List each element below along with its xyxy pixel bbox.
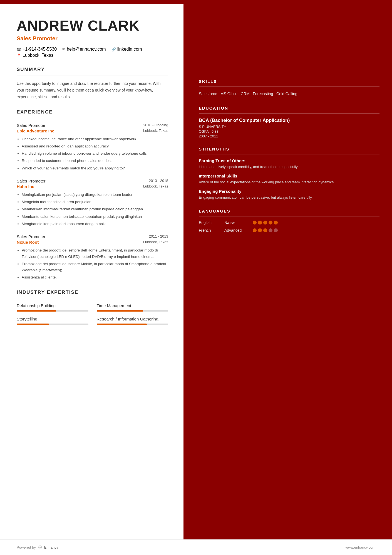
strength-desc-3: Engaging communicator, can be persuasive… [199,195,379,200]
website-contact: 🔗 linkedin.com [111,47,142,52]
expertise-divider [17,298,168,298]
exp-dates-1: 2018 - Ongoing [143,123,168,127]
languages-divider [199,216,379,216]
brand-name: Enhancv [44,545,58,549]
expertise-item-2: Time Management [97,303,168,312]
header-section: ANDREW CLARK Sales Promoter ☎ +1-914-345… [17,18,168,58]
bullet-item: Which of your achievements match the job… [22,165,168,171]
dot [269,228,272,232]
lang-name-english: English [199,220,221,225]
strength-name-3: Engaging Personality [199,189,379,194]
bullet-item: Menghandle komplain dari konsumen dengan… [22,221,168,227]
exp-entry-2: Sales Promoter 2013 - 2018 Hahn Inc Lubb… [17,179,168,227]
bullet-item: Handled high volume of inbound borrower … [22,151,168,157]
exp-company-3: Nixue Root [17,240,39,245]
skills-title: SKILLS [199,79,379,84]
experience-title: EXPERIENCE [17,109,168,115]
progress-fill-1 [17,310,56,312]
footer-website: www.enhancv.com [346,545,375,549]
candidate-name: ANDREW CLARK [17,18,168,34]
email-icon: ✉ [62,47,65,51]
progress-fill-4 [97,324,147,325]
summary-title: SUMMARY [17,67,168,72]
location-text: Lubbock, Texas [23,53,53,58]
summary-text: Use this opportunity to intrigue and dra… [17,80,168,100]
bullet-item: Promozione dei prodotti del settore dell… [22,247,168,260]
progress-fill-2 [97,310,143,312]
lang-level-french: Advanced [224,228,249,233]
skills-divider [199,87,379,87]
strength-item-1: Earning Trust of Others Listen attentive… [199,158,379,170]
bullet-item: Responded to customer inbound phone sale… [22,158,168,164]
footer: Powered by ♾ Enhancv www.enhancv.com [0,539,392,555]
job-title: Sales Promoter [17,35,168,42]
dot [263,228,267,232]
website-url: linkedin.com [117,47,142,52]
experience-section: EXPERIENCE Sales Promoter 2018 - Ongoing… [17,109,168,281]
dot [258,221,262,225]
link-icon: 🔗 [111,47,116,51]
strength-name-2: Interpersonal Skills [199,174,379,178]
expertise-item-4: Research / Information Gathering. [97,317,168,325]
dot [258,228,262,232]
expertise-label-2: Time Management [97,303,168,308]
exp-bullets-1: Checked income insurance and other appli… [17,136,168,171]
progress-fill-3 [17,324,49,325]
dot [274,228,278,232]
exp-location-1: Lubbock, Texas [143,129,168,133]
bullet-item: Membantu calon konsumen terhadap kebutuh… [22,214,168,220]
lang-level-english: Native [224,220,249,225]
bullet-item: Checked income insurance and other appli… [22,136,168,142]
exp-entry-3: Sales Promoter 2011 - 2013 Nixue Root Lu… [17,234,168,280]
footer-left: Powered by ♾ Enhancv [17,545,58,550]
education-divider [199,113,379,114]
languages-title: LANGUAGES [199,209,379,213]
strengths-divider [199,154,379,154]
progress-bg-3 [17,324,88,325]
language-item-english: English Native [199,220,379,225]
bullet-item: Memberikan informasi terkait kebutuhan p… [22,206,168,212]
location-contact: 📍 Lubbock, Texas [17,53,53,58]
email-address: help@enhancv.com [67,47,106,52]
strengths-section: STRENGTHS Earning Trust of Others Listen… [199,147,379,200]
contact-row-2: 📍 Lubbock, Texas [17,53,168,58]
right-column: SKILLS Salesforce · MS Office · CRM · Fo… [183,4,392,539]
location-icon: 📍 [17,53,21,58]
summary-section: SUMMARY Use this opportunity to intrigue… [17,67,168,100]
exp-role-2: Sales Promoter [17,179,45,183]
dot [263,221,267,225]
email-contact: ✉ help@enhancv.com [62,47,106,52]
exp-company-2: Hahn Inc [17,184,34,189]
lang-dots-french [253,228,278,232]
expertise-label-4: Research / Information Gathering. [97,317,168,321]
summary-divider [17,75,168,75]
exp-bullets-2: Meningkatkan penjualan (sales) yang dita… [17,192,168,227]
skills-text: Salesforce · MS Office · CRM · Forecasti… [199,91,379,97]
bullet-item: Meningkatkan penjualan (sales) yang dita… [22,192,168,198]
progress-bg-4 [97,324,168,325]
language-item-french: French Advanced [199,228,379,233]
expertise-item-3: Storytelling [17,317,88,325]
bullet-item: Promozione dei prodotti del settore Mobi… [22,261,168,273]
strength-item-2: Interpersonal Skills Aware of the social… [199,174,379,185]
expertise-title: INDUSTRY EXPERTISE [17,290,168,295]
education-title: EDUCATION [199,106,379,110]
phone-icon: ☎ [17,47,21,51]
dot [253,221,257,225]
industry-expertise-section: INDUSTRY EXPERTISE Relationship Building… [17,290,168,325]
experience-divider [17,118,168,118]
top-bar [0,0,392,4]
dot [253,228,257,232]
expertise-label-1: Relationship Building [17,303,88,308]
powered-by-text: Powered by [17,545,36,549]
expertise-label-3: Storytelling [17,317,88,321]
dot [269,221,272,225]
languages-section: LANGUAGES English Native French Advanced [199,209,379,233]
strength-item-3: Engaging Personality Engaging communicat… [199,189,379,200]
expertise-grid: Relationship Building Time Management St… [17,303,168,325]
enhancv-logo-icon: ♾ [38,545,42,550]
exp-dates-2: 2013 - 2018 [149,179,168,183]
exp-bullets-3: Promozione dei prodotti del settore dell… [17,247,168,280]
phone-contact: ☎ +1-914-345-5530 [17,47,57,52]
exp-dates-3: 2011 - 2013 [149,234,168,238]
